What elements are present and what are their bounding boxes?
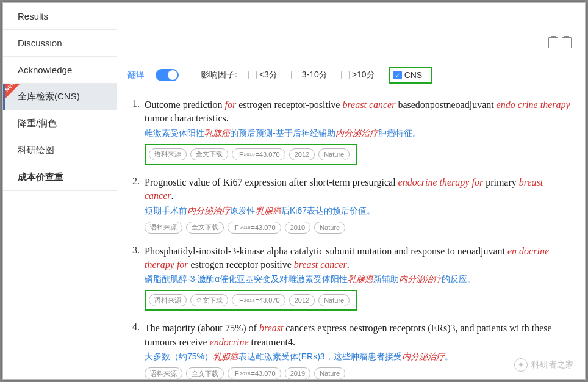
checkbox-icon bbox=[393, 71, 402, 79]
sidebar-item-label: Discussion bbox=[18, 38, 62, 48]
tag-journal[interactable]: Nature bbox=[314, 367, 345, 379]
tag-download[interactable]: 全文下载 bbox=[190, 148, 228, 160]
tag-download[interactable]: 全文下载 bbox=[186, 222, 224, 234]
tag-year[interactable]: 2019 bbox=[285, 367, 310, 379]
filter-checkbox-label: >10分 bbox=[352, 70, 375, 81]
checkbox-icon bbox=[291, 71, 299, 79]
result-title[interactable]: Prognostic value of Ki67 expression afte… bbox=[145, 176, 574, 203]
filter-checkbox[interactable]: <3分 bbox=[248, 70, 278, 81]
sidebar-item[interactable]: 成本价查重 bbox=[3, 164, 117, 191]
translate-label: 翻译 bbox=[127, 70, 145, 81]
result-item: 4.The majority (about 75%) of breast can… bbox=[127, 322, 574, 379]
result-translation: 雌激素受体阳性乳腺癌的预后预测-基于后神经辅助内分泌治疗肿瘤特征。 bbox=[145, 128, 574, 139]
result-number: 1. bbox=[127, 98, 145, 165]
sidebar-item[interactable]: Results bbox=[3, 3, 117, 30]
sidebar: ResultsDiscussionAcknowledgeNEW全库检索(CNS)… bbox=[3, 3, 117, 379]
result-translation: 磷脂酰肌醇-3-激酶α催化亚基突变及对雌激素受体阳性乳腺癌新辅助内分泌治疗的反应… bbox=[145, 274, 574, 285]
tag-year[interactable]: 2012 bbox=[289, 148, 315, 160]
sidebar-item[interactable]: Discussion bbox=[3, 30, 117, 57]
tag-impact-factor[interactable]: IF2018=43.070 bbox=[232, 148, 285, 160]
tag-journal[interactable]: Nature bbox=[318, 148, 350, 160]
result-translation: 大多数（约75%）乳腺癌表达雌激素受体(ERs)3，这些肿瘤患者接受内分泌治疗。 bbox=[145, 351, 574, 362]
result-tags: 语料来源全文下载IF2018=43.0702012Nature bbox=[145, 290, 357, 311]
wechat-icon: ✦ bbox=[514, 358, 528, 372]
tag-source[interactable]: 语料来源 bbox=[149, 294, 187, 306]
tag-source[interactable]: 语料来源 bbox=[149, 148, 187, 160]
result-number: 2. bbox=[127, 176, 145, 234]
result-title[interactable]: The majority (about 75%) of breast cance… bbox=[145, 322, 574, 349]
filter-checkbox[interactable]: 3-10分 bbox=[291, 70, 328, 81]
result-body: The majority (about 75%) of breast cance… bbox=[145, 322, 574, 379]
sidebar-item[interactable]: 科研绘图 bbox=[3, 137, 117, 164]
sidebar-item-label: 降重/润色 bbox=[18, 118, 57, 129]
tag-download[interactable]: 全文下载 bbox=[186, 367, 224, 379]
sidebar-item-label: Acknowledge bbox=[18, 65, 72, 75]
sidebar-item-label: 科研绘图 bbox=[18, 145, 54, 156]
filter-checkbox-label: <3分 bbox=[259, 70, 278, 81]
watermark-text: 科研者之家 bbox=[531, 359, 574, 370]
filter-checkbox[interactable]: CNS bbox=[389, 67, 432, 84]
translate-toggle[interactable] bbox=[156, 69, 179, 81]
tag-year[interactable]: 2012 bbox=[289, 294, 315, 306]
tag-source[interactable]: 语料来源 bbox=[145, 222, 182, 234]
sidebar-item[interactable]: 降重/润色 bbox=[3, 110, 117, 137]
filter-checkbox-label: 3-10分 bbox=[302, 70, 328, 81]
tag-download[interactable]: 全文下载 bbox=[190, 294, 228, 306]
result-number: 4. bbox=[127, 322, 145, 379]
tag-impact-factor[interactable]: IF2018=43.070 bbox=[228, 367, 281, 379]
filter-checkbox-label: CNS bbox=[404, 70, 423, 80]
result-tags: 语料来源全文下载IF2018=43.0702012Nature bbox=[145, 144, 357, 165]
checkbox-icon bbox=[248, 71, 257, 79]
result-number: 3. bbox=[127, 245, 145, 311]
results-list: 1.Outcome prediction for estrogen recept… bbox=[127, 98, 574, 379]
result-translation: 短期手术前内分泌治疗原发性乳腺癌后Ki67表达的预后价值。 bbox=[145, 206, 574, 217]
impact-factor-label: 影响因子: bbox=[201, 70, 237, 81]
tag-impact-factor[interactable]: IF2018=43.070 bbox=[232, 294, 285, 306]
app-frame: ResultsDiscussionAcknowledgeNEW全库检索(CNS)… bbox=[2, 2, 586, 380]
sidebar-item-label: 全库检索(CNS) bbox=[18, 91, 80, 103]
tag-journal[interactable]: Nature bbox=[314, 222, 345, 234]
sidebar-item-label: Results bbox=[18, 11, 48, 21]
result-body: Phosphatidyl-inositol-3-kinase alpha cat… bbox=[145, 245, 574, 311]
new-ribbon-icon: NEW bbox=[5, 84, 20, 98]
result-tags: 语料来源全文下载IF2018=43.0702019Nature bbox=[145, 367, 574, 379]
result-item: 2.Prognostic value of Ki67 expression af… bbox=[127, 176, 574, 234]
result-title[interactable]: Outcome prediction for estrogen receptor… bbox=[145, 98, 574, 126]
sidebar-item-label: 成本价查重 bbox=[18, 171, 63, 183]
result-item: 3.Phosphatidyl-inositol-3-kinase alpha c… bbox=[127, 245, 574, 311]
tag-source[interactable]: 语料来源 bbox=[145, 367, 182, 379]
result-item: 1.Outcome prediction for estrogen recept… bbox=[127, 98, 574, 165]
sidebar-item[interactable]: NEW全库检索(CNS) bbox=[3, 84, 117, 110]
result-title[interactable]: Phosphatidyl-inositol-3-kinase alpha cat… bbox=[145, 245, 574, 272]
top-action-icons bbox=[548, 37, 572, 48]
result-tags: 语料来源全文下载IF2018=43.0702010Nature bbox=[145, 222, 574, 234]
watermark: ✦ 科研者之家 bbox=[514, 358, 574, 372]
tag-year[interactable]: 2010 bbox=[285, 222, 310, 234]
main-content: 翻译 影响因子: <3分3-10分>10分CNS 1.Outcome predi… bbox=[117, 3, 585, 379]
delete-icon[interactable] bbox=[562, 37, 572, 48]
result-body: Outcome prediction for estrogen receptor… bbox=[145, 98, 574, 165]
sidebar-item[interactable]: Acknowledge bbox=[3, 57, 117, 84]
filter-bar: 翻译 影响因子: <3分3-10分>10分CNS bbox=[127, 62, 574, 88]
copy-icon[interactable] bbox=[548, 37, 558, 48]
checkbox-icon bbox=[341, 71, 350, 79]
result-body: Prognostic value of Ki67 expression afte… bbox=[145, 176, 574, 234]
tag-impact-factor[interactable]: IF2018=43.070 bbox=[228, 222, 281, 234]
tag-journal[interactable]: Nature bbox=[318, 294, 350, 306]
filter-checkbox[interactable]: >10分 bbox=[341, 70, 375, 81]
